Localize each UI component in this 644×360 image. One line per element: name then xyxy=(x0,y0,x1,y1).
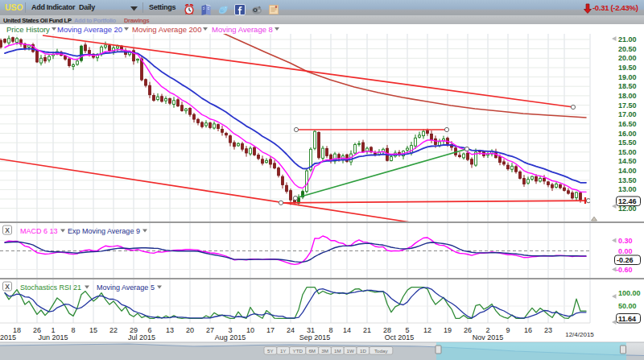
svg-text:6M: 6M xyxy=(308,348,316,354)
svg-text:0.30: 0.30 xyxy=(618,237,633,245)
svg-text:Price History: Price History xyxy=(6,25,50,34)
svg-text:12: 12 xyxy=(423,326,431,334)
svg-text:21: 21 xyxy=(363,326,371,334)
svg-text:19: 19 xyxy=(444,326,452,334)
svg-text:Oct 2015: Oct 2015 xyxy=(385,333,415,341)
svg-text:17.00: 17.00 xyxy=(618,110,637,118)
svg-text:1W: 1W xyxy=(346,348,353,354)
svg-text:Moving Average 5: Moving Average 5 xyxy=(97,283,155,292)
svg-text:12/4/2015: 12/4/2015 xyxy=(565,331,594,338)
svg-text:10: 10 xyxy=(246,326,254,334)
svg-text:18.50: 18.50 xyxy=(618,82,637,90)
svg-text:Exp Moving Average 9: Exp Moving Average 9 xyxy=(68,227,140,235)
svg-text:16.50: 16.50 xyxy=(618,120,637,128)
svg-text:18.00: 18.00 xyxy=(618,92,637,100)
svg-text:11.64: 11.64 xyxy=(618,315,636,323)
svg-text:13: 13 xyxy=(166,326,174,334)
svg-text:2015: 2015 xyxy=(0,333,16,341)
svg-text:1M: 1M xyxy=(334,348,341,354)
svg-text:20.00: 20.00 xyxy=(618,54,637,62)
svg-text:Moving Average 8: Moving Average 8 xyxy=(212,25,273,34)
svg-text:Jun 2015: Jun 2015 xyxy=(38,333,68,341)
svg-text:X: X xyxy=(5,226,10,234)
svg-text:15.50: 15.50 xyxy=(618,139,637,147)
svg-text:24: 24 xyxy=(287,326,295,334)
svg-text:17: 17 xyxy=(266,326,275,334)
svg-text:13.00: 13.00 xyxy=(618,185,637,193)
svg-text:100.00: 100.00 xyxy=(618,289,641,297)
svg-text:1D: 1D xyxy=(360,348,366,354)
svg-text:MACD 6 13: MACD 6 13 xyxy=(20,227,58,235)
svg-text:26: 26 xyxy=(464,326,472,334)
svg-text:9: 9 xyxy=(506,326,510,334)
svg-text:19.00: 19.00 xyxy=(618,73,637,81)
svg-text:20: 20 xyxy=(186,326,194,334)
svg-text:15.00: 15.00 xyxy=(618,148,637,156)
svg-text:Moving Average 200: Moving Average 200 xyxy=(132,25,201,34)
svg-text:22: 22 xyxy=(109,326,118,334)
svg-text:14.00: 14.00 xyxy=(618,167,637,175)
svg-text:13.50: 13.50 xyxy=(618,176,637,184)
svg-text:1Y: 1Y xyxy=(280,348,287,354)
svg-text:16: 16 xyxy=(524,326,532,334)
svg-text:-0.60: -0.60 xyxy=(616,266,633,274)
svg-text:21.00: 21.00 xyxy=(618,35,637,43)
svg-text:50.00: 50.00 xyxy=(618,302,637,310)
svg-text:Nov 2015: Nov 2015 xyxy=(473,333,504,341)
svg-text:Stochastics RSI 21: Stochastics RSI 21 xyxy=(20,283,81,292)
svg-text:27: 27 xyxy=(206,326,214,334)
svg-text:5Y: 5Y xyxy=(267,348,274,354)
svg-text:14.50: 14.50 xyxy=(618,157,637,165)
svg-text:Moving Average 20: Moving Average 20 xyxy=(57,25,122,34)
svg-text:19.50: 19.50 xyxy=(618,64,637,72)
svg-text:-0.26: -0.26 xyxy=(617,256,634,264)
svg-text:8: 8 xyxy=(71,326,75,334)
svg-text:15: 15 xyxy=(89,326,97,334)
svg-text:17.50: 17.50 xyxy=(618,101,637,110)
svg-text:YTD: YTD xyxy=(293,348,303,354)
svg-text:3M: 3M xyxy=(321,348,328,354)
svg-text:12.46: 12.46 xyxy=(618,197,637,205)
svg-text:Jul 2015: Jul 2015 xyxy=(128,333,155,341)
svg-text:X: X xyxy=(5,283,10,291)
svg-text:Sep 2015: Sep 2015 xyxy=(299,333,331,341)
svg-text:14: 14 xyxy=(343,326,351,334)
svg-text:0.00: 0.00 xyxy=(618,247,633,255)
svg-text:16.00: 16.00 xyxy=(618,130,637,138)
svg-text:Today: Today xyxy=(374,348,388,354)
svg-text:20.50: 20.50 xyxy=(618,45,637,53)
svg-text:Aug 2015: Aug 2015 xyxy=(215,333,246,341)
svg-text:23: 23 xyxy=(544,326,552,334)
